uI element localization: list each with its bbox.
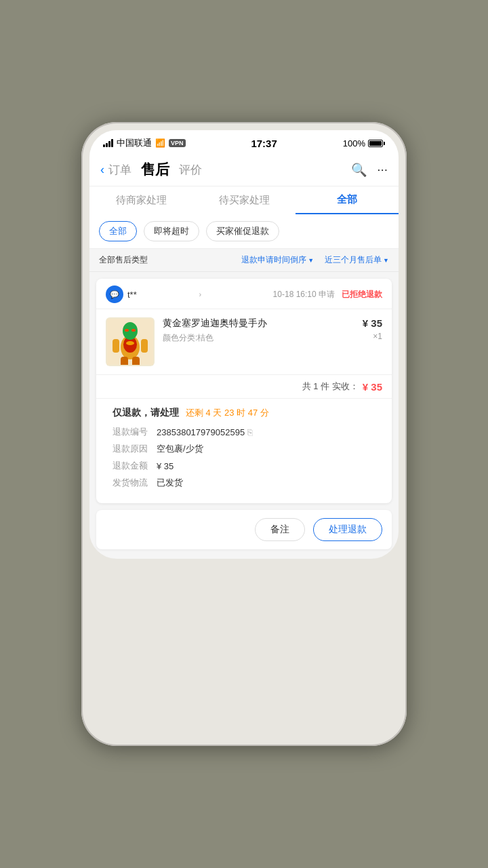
quick-filters: 全部 即将超时 买家催促退款 <box>89 214 399 249</box>
filter-tab-pending-seller[interactable]: 待商家处理 <box>89 194 192 214</box>
svg-point-5 <box>131 329 136 332</box>
refund-amount-label: 退款金额 <box>113 460 157 472</box>
more-icon[interactable]: ··· <box>377 162 388 177</box>
product-qty: ×1 <box>363 332 382 341</box>
product-variant: 颜色分类:桔色 <box>163 332 363 344</box>
product-image <box>106 317 155 366</box>
refund-timer: 还剩 4 天 23 时 47 分 <box>186 407 269 419</box>
product-price-area: ¥ 35 ×1 <box>363 317 382 341</box>
product-name: 黄金塞罗迪迦奥特曼手办 <box>163 317 363 330</box>
svg-rect-6 <box>113 339 119 353</box>
vpn-badge: VPN <box>169 139 186 147</box>
time-sort-arrow-icon: ▼ <box>308 257 314 264</box>
order-date: 10-18 16:10 申请 <box>273 289 335 300</box>
qf-expiring-button[interactable]: 即将超时 <box>144 221 199 241</box>
refund-logistics-value: 已发货 <box>157 477 183 489</box>
qf-buyer-urge-button[interactable]: 买家催促退款 <box>206 221 279 241</box>
remark-button[interactable]: 备注 <box>255 518 305 541</box>
refund-reason-row: 退款原因 空包裹/少货 <box>113 443 375 455</box>
nav-actions: 🔍 ··· <box>351 162 388 178</box>
filter-tab-all[interactable]: 全部 <box>296 193 399 214</box>
refund-title-row: 仅退款，请处理 还剩 4 天 23 时 47 分 <box>113 407 375 419</box>
status-time: 17:37 <box>251 138 277 149</box>
total-label: 共 1 件 实收： <box>302 380 359 393</box>
order-header: 💬 t** › 10-18 16:10 申请 已拒绝退款 <box>96 279 392 309</box>
seller-arrow-icon: › <box>199 290 201 298</box>
nav-tabs: 订单 售后 评价 <box>108 160 351 179</box>
svg-point-4 <box>125 329 129 332</box>
refund-logistics-label: 发货物流 <box>113 477 157 489</box>
refund-logistics-row: 发货物流 已发货 <box>113 477 375 489</box>
order-card: 💬 t** › 10-18 16:10 申请 已拒绝退款 <box>96 279 392 503</box>
nav-bar: ‹ 订单 售后 评价 🔍 ··· <box>89 153 399 186</box>
svg-point-3 <box>123 322 138 340</box>
time-sort-button[interactable]: 退款申请时间倒序 ▼ <box>241 254 314 266</box>
tab-aftersale[interactable]: 售后 <box>141 160 169 179</box>
status-right: 100% <box>343 138 385 149</box>
svg-rect-7 <box>141 339 148 353</box>
svg-point-10 <box>126 341 134 345</box>
status-left: 中国联通 📶 VPN <box>103 137 186 149</box>
filter-tabs: 待商家处理 待买家处理 全部 <box>89 186 399 214</box>
svg-rect-9 <box>132 357 140 365</box>
order-status: 已拒绝退款 <box>342 289 382 300</box>
qf-all-button[interactable]: 全部 <box>99 221 137 241</box>
signal-bars-icon <box>103 139 113 147</box>
sort-bar: 全部售后类型 退款申请时间倒序 ▼ 近三个月售后单 ▼ <box>89 249 399 272</box>
battery-icon <box>368 140 385 147</box>
tab-orders[interactable]: 订单 <box>108 162 131 178</box>
refund-reason-label: 退款原因 <box>113 443 157 455</box>
period-sort-arrow-icon: ▼ <box>383 257 389 264</box>
tab-review[interactable]: 评价 <box>179 162 202 178</box>
avatar-icon: 💬 <box>110 290 119 299</box>
wifi-icon: 📶 <box>155 138 165 148</box>
product-price: ¥ 35 <box>363 317 382 329</box>
period-sort-button[interactable]: 近三个月售后单 ▼ <box>325 254 389 266</box>
battery-pct: 100% <box>343 138 365 149</box>
sort-right: 退款申请时间倒序 ▼ 近三个月售后单 ▼ <box>241 254 389 266</box>
filter-tab-pending-buyer[interactable]: 待买家处理 <box>192 194 296 214</box>
product-row: 黄金塞罗迪迦奥特曼手办 颜色分类:桔色 ¥ 35 ×1 <box>96 309 392 375</box>
product-info: 黄金塞罗迪迦奥特曼手办 颜色分类:桔色 <box>163 317 363 344</box>
copy-icon[interactable]: ⎘ <box>247 427 253 437</box>
carrier-label: 中国联通 <box>117 137 152 149</box>
svg-rect-8 <box>121 357 128 365</box>
refund-no-label: 退款编号 <box>113 426 157 438</box>
process-refund-button[interactable]: 处理退款 <box>313 518 382 541</box>
back-button[interactable]: ‹ <box>100 163 104 177</box>
phone-outer: 中国联通 📶 VPN 17:37 100% ‹ 订单 售后 评 <box>81 122 407 746</box>
status-bar: 中国联通 📶 VPN 17:37 100% <box>89 130 399 153</box>
phone-screen: 中国联通 📶 VPN 17:37 100% ‹ 订单 售后 评 <box>89 130 399 559</box>
total-amount: ¥ 35 <box>363 381 382 393</box>
search-icon[interactable]: 🔍 <box>351 162 367 178</box>
seller-name[interactable]: t** <box>127 290 199 300</box>
refund-amount-value: ¥ 35 <box>157 461 174 471</box>
sort-type-label[interactable]: 全部售后类型 <box>99 254 241 266</box>
refund-reason-value: 空包裹/少货 <box>157 443 203 455</box>
refund-title: 仅退款，请处理 <box>113 407 179 419</box>
refund-amount-row: 退款金额 ¥ 35 <box>113 460 375 472</box>
refund-section: 仅退款，请处理 还剩 4 天 23 时 47 分 退款编号 2385380179… <box>103 399 385 503</box>
refund-no-value: 238538017979052595 <box>157 427 245 437</box>
order-total: 共 1 件 实收： ¥ 35 <box>96 375 392 399</box>
refund-no-row: 退款编号 238538017979052595 ⎘ <box>113 426 375 438</box>
seller-avatar: 💬 <box>106 285 123 303</box>
bottom-actions: 备注 处理退款 <box>96 510 392 549</box>
